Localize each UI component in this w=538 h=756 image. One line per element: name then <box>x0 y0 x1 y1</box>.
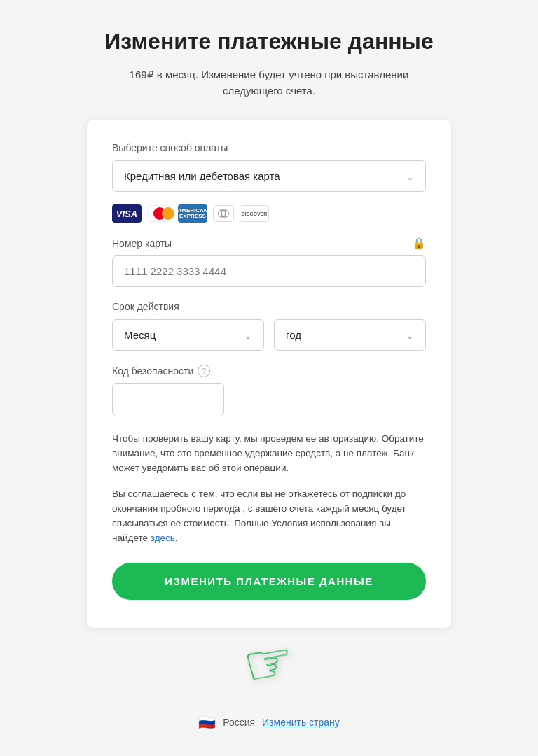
security-code-label: Код безопасности <box>112 365 193 377</box>
cvv-input[interactable] <box>112 383 224 416</box>
page-title: Измените платежные данные <box>104 28 433 55</box>
payment-method-value: Кредитная или дебетовая карта <box>124 170 280 182</box>
payment-form-card: Выберите способ оплаты Кредитная или деб… <box>87 120 451 627</box>
flag-icon: 🇷🇺 <box>198 714 216 731</box>
card-number-label-row: Номер карты 🔒 <box>112 237 426 250</box>
card-number-input[interactable] <box>112 255 426 287</box>
change-country-link[interactable]: Изменить страну <box>262 717 340 728</box>
expiry-row: Месяц ⌄ год ⌄ <box>112 319 426 351</box>
security-code-label-row: Код безопасности ? <box>112 365 426 377</box>
lock-icon: 🔒 <box>412 237 426 250</box>
terms-link[interactable]: здесь <box>151 533 175 543</box>
card-number-label: Номер карты <box>112 238 172 249</box>
payment-method-label: Выберите способ оплаты <box>112 142 426 153</box>
chevron-down-icon: ⌄ <box>406 171 414 182</box>
cursor-area: ☞ <box>244 631 294 696</box>
diners-icon <box>213 205 234 222</box>
amex-icon: AMERICAN EXPRESS <box>178 204 207 223</box>
expiry-label: Срок действия <box>112 301 426 312</box>
info-text-1: Чтобы проверить вашу карту, мы проведем … <box>112 432 426 476</box>
footer-row: 🇷🇺 Россия Изменить страну <box>198 714 340 731</box>
submit-button[interactable]: ИЗМЕНИТЬ ПЛАТЕЖНЫЕ ДАННЫЕ <box>112 563 426 600</box>
month-value: Месяц <box>124 329 156 341</box>
help-icon[interactable]: ? <box>198 365 210 377</box>
country-name: Россия <box>223 717 255 728</box>
year-select[interactable]: год ⌄ <box>274 319 426 351</box>
year-chevron-icon: ⌄ <box>406 330 414 341</box>
payment-method-select-wrapper[interactable]: Кредитная или дебетовая карта ⌄ <box>112 160 426 192</box>
visa-icon: VISA <box>112 204 142 223</box>
hand-cursor-icon: ☞ <box>238 626 299 699</box>
mastercard-icon <box>147 205 172 222</box>
subtitle: 169₽ в месяц. Изменение будет учтено при… <box>122 67 416 99</box>
card-icons-row: VISA AMERICAN EXPRESS DISCOVER <box>112 204 426 223</box>
discover-icon: DISCOVER <box>240 205 269 222</box>
month-chevron-icon: ⌄ <box>244 330 252 341</box>
info-text-2: Вы соглашаетесь с тем, что если вы не от… <box>112 487 426 546</box>
year-value: год <box>286 329 301 341</box>
payment-method-select[interactable]: Кредитная или дебетовая карта ⌄ <box>112 160 426 192</box>
month-select[interactable]: Месяц ⌄ <box>112 319 264 351</box>
